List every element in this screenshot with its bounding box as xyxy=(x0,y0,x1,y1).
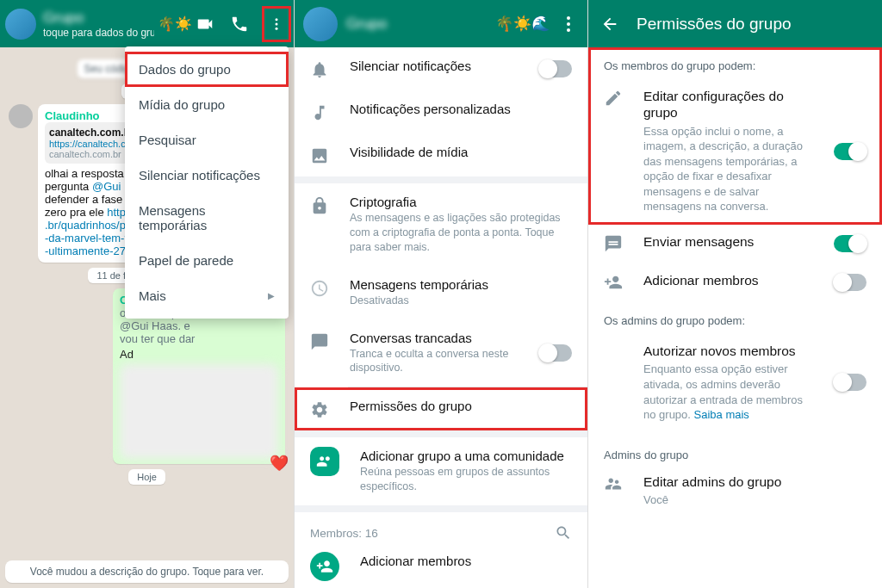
sender-avatar[interactable] xyxy=(9,104,33,128)
add-members-label: Adicionar membros xyxy=(643,272,813,288)
more-vert-icon[interactable] xyxy=(558,14,579,34)
chat-lock-icon xyxy=(310,332,329,351)
blurred-content xyxy=(120,364,278,459)
menu-mute[interactable]: Silenciar notificações xyxy=(125,158,289,193)
timer-icon xyxy=(310,279,329,298)
voice-call-icon[interactable] xyxy=(230,15,249,34)
person-add-icon xyxy=(604,273,623,292)
row-chat-lock[interactable]: Conversas trancadas Tranca e oculta a co… xyxy=(295,319,587,387)
menu-wallpaper[interactable]: Papel de parede xyxy=(125,243,289,278)
date-today: Hoje xyxy=(128,469,165,485)
lock-icon xyxy=(310,196,329,215)
group-avatar[interactable] xyxy=(5,9,36,40)
edit-settings-toggle[interactable] xyxy=(834,143,866,160)
row-media-visibility[interactable]: Visibilidade de mídia xyxy=(295,133,587,176)
admins-can-label: Os admins do grupo podem: xyxy=(588,302,882,334)
crypto-title: Criptografia xyxy=(350,195,572,209)
approve-sub: Enquanto essa opção estiver ativada, os … xyxy=(643,362,813,422)
chevron-right-icon: ▶ xyxy=(268,291,275,300)
video-call-icon[interactable] xyxy=(196,15,214,34)
row-custom-notif[interactable]: Notificações personalizadas xyxy=(295,90,587,133)
add-members-toggle[interactable] xyxy=(834,274,866,291)
edit-admins-title: Editar admins do grupo xyxy=(643,473,866,490)
approve-toggle[interactable] xyxy=(834,374,866,391)
comm-sub: Reúna pessoas em grupos de assuntos espe… xyxy=(360,465,572,494)
menu-search[interactable]: Pesquisar xyxy=(125,122,289,158)
group-name: Grupo xyxy=(43,9,154,27)
description-changed-notice[interactable]: Você mudou a descrição do grupo. Toque p… xyxy=(5,560,289,583)
send-messages-toggle[interactable] xyxy=(834,235,866,252)
image-icon xyxy=(310,146,329,165)
comm-title: Adicionar grupo a uma comunidade xyxy=(360,449,572,463)
menu-temp-messages[interactable]: Mensagens temporárias xyxy=(125,193,289,243)
row-encryption[interactable]: Criptografia As mensagens e as ligações … xyxy=(295,183,587,266)
custom-notif-label: Notificações personalizadas xyxy=(350,102,572,116)
perm-approve-members[interactable]: Autorizar novos membros Enquanto essa op… xyxy=(588,334,882,433)
approve-title: Autorizar novos membros xyxy=(643,343,813,359)
edit-settings-sub: Essa opção inclui o nome, a imagem, a de… xyxy=(643,124,813,214)
menu-group-media[interactable]: Mídia do grupo xyxy=(125,87,289,122)
lock-toggle[interactable] xyxy=(539,344,572,362)
svg-point-3 xyxy=(567,16,570,20)
row-mute[interactable]: Silenciar notificações xyxy=(295,47,587,90)
members-count-row: Membros: 16 xyxy=(295,512,587,550)
more-options-button[interactable] xyxy=(264,9,289,40)
back-arrow-icon[interactable] xyxy=(600,15,619,34)
edit-settings-title: Editar configurações do grupo xyxy=(643,88,813,121)
highlighted-permission-section: Os membros do grupo podem: Editar config… xyxy=(588,47,882,225)
music-note-icon xyxy=(310,103,329,122)
menu-more[interactable]: Mais▶ xyxy=(125,278,289,313)
bell-icon xyxy=(310,60,329,79)
perm-add-members[interactable]: Adicionar membros xyxy=(588,263,882,302)
options-menu: Dados do grupo Mídia do grupo Pesquisar … xyxy=(125,46,289,319)
perm-edit-settings[interactable]: Editar configurações do grupo Essa opção… xyxy=(588,79,882,225)
permissions-header: Permissões do grupo xyxy=(588,0,882,47)
chat-header[interactable]: Grupo toque para dados do grupo 🌴☀️ xyxy=(0,0,294,47)
row-edit-admins[interactable]: Editar admins do grupo Você xyxy=(588,465,882,518)
heart-reaction[interactable]: ❤️ xyxy=(270,454,289,473)
learn-more-link[interactable]: Saiba mais xyxy=(694,408,749,421)
group-permissions-pane: Permissões do grupo Os membros do grupo … xyxy=(587,0,882,588)
group-subtitle: toque para dados do grupo xyxy=(43,27,154,39)
admins-section-title: Admins do grupo xyxy=(588,433,882,465)
edit-admins-you: Você xyxy=(643,492,866,508)
locked-sub: Tranca e oculta a conversa neste disposi… xyxy=(350,347,519,376)
group-info-pane: Grupo 🌴☀️🌊 Silenciar notificações Notifi… xyxy=(294,0,587,588)
locked-title: Conversas trancadas xyxy=(350,331,519,345)
row-disappearing[interactable]: Mensagens temporárias Desativadas xyxy=(295,266,587,319)
svg-point-5 xyxy=(567,28,570,32)
mute-toggle[interactable] xyxy=(539,60,572,77)
members-can-label: Os membros do grupo podem: xyxy=(588,47,882,79)
more-vert-icon xyxy=(269,16,284,32)
mute-label: Silenciar notificações xyxy=(350,59,519,73)
gear-icon xyxy=(310,400,329,419)
row-group-permissions[interactable]: Permissões do grupo xyxy=(295,387,587,430)
msg-body-prefix: Ad xyxy=(120,348,278,361)
svg-point-4 xyxy=(567,22,570,26)
row-add-members[interactable]: Adicionar membros xyxy=(295,550,587,588)
svg-point-1 xyxy=(276,22,278,25)
perm-send-messages[interactable]: Enviar mensagens xyxy=(588,225,882,263)
perm-label: Permissões do grupo xyxy=(350,399,572,413)
permissions-title: Permissões do grupo xyxy=(637,15,792,34)
community-icon xyxy=(310,447,339,476)
menu-group-info[interactable]: Dados do grupo xyxy=(125,52,289,87)
crypto-sub: As mensagens e as ligações são protegida… xyxy=(350,211,572,255)
search-icon[interactable] xyxy=(555,524,572,542)
header-emojis: 🌴☀️🌊 xyxy=(495,15,550,33)
media-vis-label: Visibilidade de mídia xyxy=(350,145,572,159)
svg-point-2 xyxy=(276,27,278,29)
temp-sub: Desativadas xyxy=(350,294,572,308)
pencil-icon xyxy=(604,89,623,108)
send-messages-label: Enviar mensagens xyxy=(643,233,813,250)
svg-point-0 xyxy=(276,18,278,21)
admin-icon xyxy=(604,474,623,493)
header-emojis: 🌴☀️ xyxy=(158,15,192,32)
header-actions xyxy=(196,9,289,40)
members-count: Membros: 16 xyxy=(310,527,378,540)
group-avatar[interactable] xyxy=(303,7,338,41)
row-add-to-community[interactable]: Adicionar grupo a uma comunidade Reúna p… xyxy=(295,437,587,505)
header-title-area[interactable]: Grupo toque para dados do grupo xyxy=(43,9,154,39)
message-icon xyxy=(604,234,623,253)
add-person-icon xyxy=(310,552,339,581)
